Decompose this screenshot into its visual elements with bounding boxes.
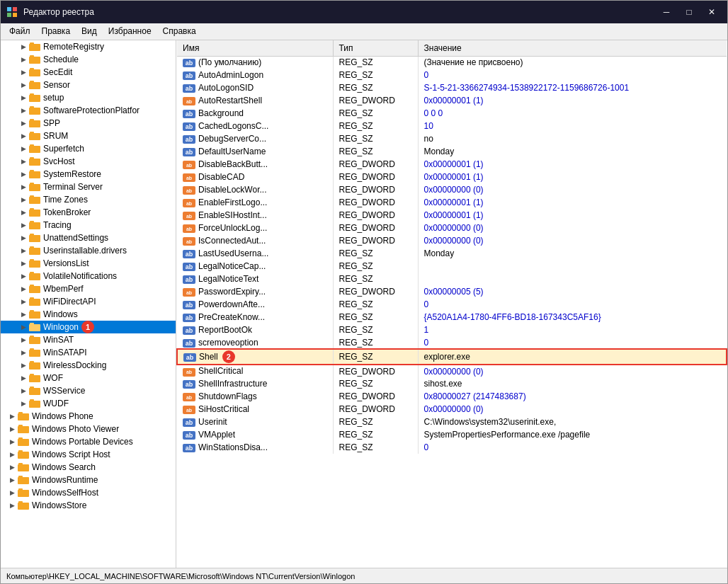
- table-row[interactable]: abDisableCADREG_DWORD0x00000001 (1): [177, 171, 727, 183]
- menu-file[interactable]: Файл: [4, 25, 36, 38]
- tree-expander-icon: ▶: [6, 474, 18, 486]
- tree-item[interactable]: ▶SPP: [1, 117, 176, 130]
- close-button[interactable]: ✕: [702, 5, 722, 19]
- tree-item[interactable]: ▶WSService: [1, 384, 176, 397]
- reg-value-cell: 0: [418, 69, 727, 81]
- table-row[interactable]: abLegalNoticeTextREG_SZ: [177, 273, 727, 285]
- menu-help[interactable]: Справка: [157, 25, 202, 38]
- tree-item-label: WindowsSelfHost: [32, 488, 98, 498]
- table-row[interactable]: abPasswordExpiry...REG_DWORD0x00000005 (…: [177, 285, 727, 298]
- tree-item[interactable]: ▶UnattendSettings: [1, 231, 176, 244]
- tree-item[interactable]: ▶WindowsStore: [1, 499, 176, 512]
- table-row[interactable]: abAutoLogonSIDREG_SZS-1-5-21-3366274934-…: [177, 81, 727, 94]
- tree-item[interactable]: ▶WUDF: [1, 397, 176, 410]
- tree-item[interactable]: ▶setup: [1, 91, 176, 104]
- tree-item[interactable]: ▶VersionsList: [1, 257, 176, 270]
- svg-rect-41: [29, 273, 40, 280]
- tree-item[interactable]: ▶WinSATAPI: [1, 346, 176, 359]
- table-row[interactable]: abEnableSIHostInt...REG_DWORD0x00000001 …: [177, 209, 727, 222]
- tree-item[interactable]: ▶Terminal Server: [1, 181, 176, 193]
- table-row[interactable]: abLastUsedUserna...REG_SZMonday: [177, 247, 727, 260]
- reg-value-text: 0x00000001 (1): [424, 96, 484, 105]
- tree-item[interactable]: ▶Windows Script Host: [1, 448, 176, 461]
- table-row[interactable]: abBackgroundREG_SZ0 0 0: [177, 107, 727, 120]
- minimize-button[interactable]: ─: [656, 5, 676, 19]
- svg-rect-3: [13, 13, 17, 17]
- menu-view[interactable]: Вид: [76, 25, 103, 38]
- table-row[interactable]: abAutoAdminLogonREG_SZ0: [177, 69, 727, 81]
- tree-item[interactable]: ▶WOF: [1, 372, 176, 384]
- maximize-button[interactable]: □: [679, 5, 699, 19]
- table-row[interactable]: abShellCriticalREG_DWORD0x00000000 (0): [177, 365, 727, 377]
- tree-item[interactable]: ▶Winlogon1: [1, 321, 176, 333]
- tree-item[interactable]: ▶Windows: [1, 308, 176, 321]
- tree-item[interactable]: ▶WinSAT: [1, 333, 176, 346]
- table-row[interactable]: abForceUnlockLog...REG_DWORD0x00000000 (…: [177, 222, 727, 234]
- tree-item[interactable]: ▶Tracing: [1, 219, 176, 231]
- tree-item[interactable]: ▶Windows Phone: [1, 410, 176, 423]
- tree-item[interactable]: ▶SRUM: [1, 130, 176, 142]
- tree-item[interactable]: ▶WindowsSelfHost: [1, 486, 176, 499]
- table-row[interactable]: abscremoveoptionREG_SZ0: [177, 336, 727, 349]
- reg-value-text: 0x00000001 (1): [424, 172, 484, 182]
- menu-edit[interactable]: Правка: [36, 25, 76, 38]
- table-row[interactable]: abShutdownFlagsREG_DWORD0x80000027 (2147…: [177, 390, 727, 403]
- table-row[interactable]: abPowerdownAfte...REG_SZ0: [177, 298, 727, 311]
- table-row[interactable]: abWinStationsDisa...REG_SZ0: [177, 441, 727, 454]
- table-row[interactable]: abEnableFirstLogo...REG_DWORD0x00000001 …: [177, 196, 727, 209]
- table-row[interactable]: abAutoRestartShellREG_DWORD0x00000001 (1…: [177, 94, 727, 107]
- tree-item[interactable]: ▶Schedule: [1, 53, 176, 66]
- folder-icon: [18, 411, 29, 421]
- tree-item[interactable]: ▶Superfetch: [1, 142, 176, 155]
- tree-item[interactable]: ▶Time Zones: [1, 193, 176, 206]
- table-row[interactable]: abShell2REG_SZexplorer.exe: [177, 349, 727, 365]
- reg-type-cell: REG_SZ: [333, 107, 418, 120]
- tree-item[interactable]: ▶SystemRestore: [1, 168, 176, 181]
- table-row[interactable]: abLegalNoticeCap...REG_SZ: [177, 260, 727, 273]
- reg-name-text: PowerdownAfte...: [198, 299, 265, 309]
- tree-item[interactable]: ▶SecEdit: [1, 66, 176, 79]
- table-row[interactable]: abDisableBackButt...REG_DWORD0x00000001 …: [177, 158, 727, 171]
- tree-item[interactable]: ▶VolatileNotifications: [1, 270, 176, 282]
- reg-name-text: ShutdownFlags: [198, 391, 257, 401]
- tree-item[interactable]: ▶WiFiDirectAPI: [1, 295, 176, 308]
- table-row[interactable]: abShellInfrastructureREG_SZsihost.exe: [177, 377, 727, 390]
- tree-item[interactable]: ▶SvcHost: [1, 155, 176, 168]
- reg-type-cell: REG_SZ: [333, 247, 418, 260]
- tree-expander-icon: ▶: [18, 92, 29, 103]
- tree-item[interactable]: ▶SoftwareProtectionPlatfor: [1, 104, 176, 117]
- tree-item[interactable]: ▶WbemPerf: [1, 282, 176, 295]
- table-row[interactable]: abCachedLogonsC...REG_SZ10: [177, 120, 727, 132]
- table-row[interactable]: abDisableLockWor...REG_DWORD0x00000000 (…: [177, 183, 727, 196]
- tree-item[interactable]: ▶TokenBroker: [1, 206, 176, 219]
- table-row[interactable]: abVMAppletREG_SZSystemPropertiesPerforma…: [177, 428, 727, 441]
- tree-item-label: WiFiDirectAPI: [43, 297, 96, 307]
- reg-name-text: ForceUnlockLog...: [198, 223, 267, 233]
- tree-item[interactable]: ▶Windows Portable Devices: [1, 435, 176, 448]
- reg-value-text: 1: [424, 325, 429, 335]
- tree-item[interactable]: ▶WindowsRuntime: [1, 474, 176, 486]
- table-row[interactable]: abIsConnectedAut...REG_DWORD0x00000000 (…: [177, 234, 727, 247]
- menu-favorites[interactable]: Избранное: [103, 25, 157, 38]
- tree-item[interactable]: ▶Windows Search: [1, 461, 176, 474]
- registry-tree[interactable]: ▶RemoteRegistry▶Schedule▶SecEdit▶Sensor▶…: [1, 40, 176, 568]
- table-row[interactable]: abSiHostCriticalREG_DWORD0x00000000 (0): [177, 403, 727, 416]
- tree-item[interactable]: ▶RemoteRegistry: [1, 40, 176, 53]
- tree-expander-icon: ▶: [18, 54, 29, 65]
- tree-item[interactable]: ▶Windows Photo Viewer: [1, 423, 176, 435]
- table-row[interactable]: abReportBootOkREG_SZ1: [177, 324, 727, 336]
- tree-item[interactable]: ▶WirelessDocking: [1, 359, 176, 372]
- reg-value-text: 0: [424, 338, 429, 348]
- table-row[interactable]: abDefaultUserNameREG_SZMonday: [177, 145, 727, 158]
- table-row[interactable]: abPreCreateKnow...REG_SZ{A520A1A4-1780-4…: [177, 311, 727, 324]
- svg-rect-31: [29, 210, 40, 217]
- reg-name-text: PasswordExpiry...: [198, 287, 266, 297]
- table-row[interactable]: abUserinitREG_SZC:\Windows\system32\user…: [177, 416, 727, 428]
- folder-icon: [29, 309, 40, 319]
- reg-type-cell: REG_SZ: [333, 324, 418, 336]
- table-row[interactable]: ab(По умолчанию)REG_SZ(Значение не присв…: [177, 56, 727, 69]
- content-panel: Имя Тип Значение ab(По умолчанию)REG_SZ(…: [176, 40, 727, 568]
- table-row[interactable]: abDebugServerCo...REG_SZno: [177, 132, 727, 145]
- tree-item[interactable]: ▶Userinstallable.drivers: [1, 244, 176, 257]
- tree-item[interactable]: ▶Sensor: [1, 79, 176, 91]
